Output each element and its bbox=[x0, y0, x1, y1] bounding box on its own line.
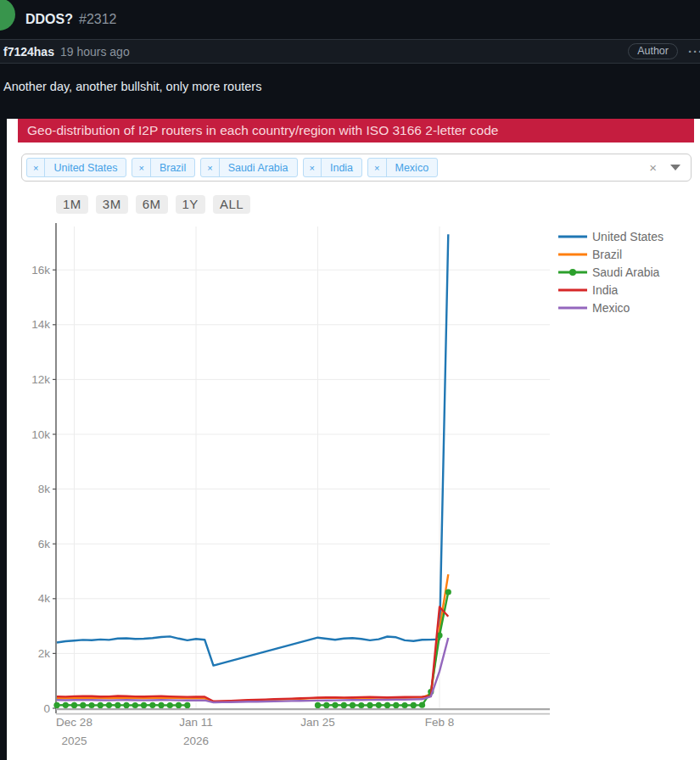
svg-text:Feb 8: Feb 8 bbox=[425, 716, 455, 729]
select-controls: × bbox=[649, 161, 680, 174]
filter-tag-mexico[interactable]: ×Mexico bbox=[367, 158, 438, 177]
selected-country-tags: ×United States×Brazil×Saudi Arabia×India… bbox=[26, 158, 438, 177]
filter-tag-label: United States bbox=[45, 159, 126, 176]
svg-text:2025: 2025 bbox=[61, 735, 87, 747]
legend-item-mexico[interactable]: Mexico bbox=[558, 301, 630, 315]
svg-text:Jan 25: Jan 25 bbox=[300, 716, 335, 729]
range-button-1m[interactable]: 1M bbox=[56, 195, 88, 214]
legend-item-brazil[interactable]: Brazil bbox=[558, 248, 622, 261]
comment-header: f7124has 19 hours ago Author ··· bbox=[0, 39, 700, 64]
filter-tag-saudi-arabia[interactable]: ×Saudi Arabia bbox=[200, 158, 297, 177]
svg-text:4k: 4k bbox=[38, 592, 51, 605]
author-badge: Author bbox=[628, 43, 678, 59]
caret-down-icon[interactable] bbox=[670, 165, 680, 170]
range-button-1y[interactable]: 1Y bbox=[176, 195, 205, 214]
range-button-all[interactable]: ALL bbox=[213, 195, 250, 214]
comment-author[interactable]: f7124has bbox=[3, 45, 54, 59]
issue-title: DDOS? bbox=[25, 12, 73, 27]
svg-text:6k: 6k bbox=[38, 538, 51, 550]
filter-tag-label: Brazil bbox=[151, 159, 194, 176]
issue-header: DDOS? #2312 bbox=[0, 0, 700, 39]
svg-text:16k: 16k bbox=[31, 264, 50, 277]
svg-text:Mexico: Mexico bbox=[592, 301, 630, 315]
svg-text:8k: 8k bbox=[38, 483, 51, 495]
widget-title-banner: Geo-distribution of I2P routers in each … bbox=[18, 119, 694, 142]
filter-tag-brazil[interactable]: ×Brazil bbox=[132, 158, 195, 177]
svg-text:India: India bbox=[592, 283, 619, 297]
filter-tag-label: Saudi Arabia bbox=[220, 159, 297, 176]
svg-text:Saudi Arabia: Saudi Arabia bbox=[592, 265, 660, 279]
filter-tag-india[interactable]: ×India bbox=[303, 158, 363, 177]
issue-number: #2312 bbox=[79, 12, 117, 27]
svg-text:2k: 2k bbox=[38, 647, 51, 660]
svg-text:Brazil: Brazil bbox=[592, 248, 622, 261]
issue-state-icon bbox=[0, 0, 15, 31]
legend-item-saudi-arabia[interactable]: Saudi Arabia bbox=[558, 265, 660, 279]
chart-widget-card: Geo-distribution of I2P routers in each … bbox=[7, 119, 700, 760]
svg-text:0: 0 bbox=[43, 702, 50, 715]
kebab-menu-icon[interactable]: ··· bbox=[688, 44, 700, 59]
svg-text:Jan 11: Jan 11 bbox=[179, 716, 213, 729]
time-range-buttons: 1M3M6M1YALL bbox=[56, 195, 700, 214]
svg-text:10k: 10k bbox=[31, 428, 50, 441]
remove-tag-icon[interactable]: × bbox=[304, 159, 322, 176]
remove-tag-icon[interactable]: × bbox=[132, 159, 150, 176]
comment-body: Another day, another bullshit, only more… bbox=[0, 64, 700, 109]
svg-text:Dec 28: Dec 28 bbox=[56, 716, 92, 729]
remove-tag-icon[interactable]: × bbox=[27, 159, 45, 176]
svg-text:United States: United States bbox=[592, 230, 664, 243]
range-button-3m[interactable]: 3M bbox=[96, 195, 128, 214]
legend-item-united-states[interactable]: United States bbox=[558, 230, 664, 243]
svg-text:2026: 2026 bbox=[183, 735, 209, 747]
filter-tag-label: Mexico bbox=[387, 159, 438, 176]
line-chart: 02k4k6k8k10k12k14k16kDec 282025Jan 11202… bbox=[7, 221, 700, 752]
clear-all-icon[interactable]: × bbox=[649, 161, 657, 174]
svg-text:12k: 12k bbox=[31, 373, 50, 386]
comment-timestamp: 19 hours ago bbox=[60, 45, 130, 59]
country-multiselect[interactable]: ×United States×Brazil×Saudi Arabia×India… bbox=[21, 154, 692, 182]
range-button-6m[interactable]: 6M bbox=[136, 195, 168, 214]
filter-tag-label: India bbox=[322, 159, 361, 176]
remove-tag-icon[interactable]: × bbox=[201, 159, 219, 176]
filter-tag-united-states[interactable]: ×United States bbox=[26, 158, 126, 177]
svg-text:14k: 14k bbox=[31, 318, 50, 331]
legend-item-india[interactable]: India bbox=[558, 283, 619, 297]
remove-tag-icon[interactable]: × bbox=[368, 159, 386, 176]
